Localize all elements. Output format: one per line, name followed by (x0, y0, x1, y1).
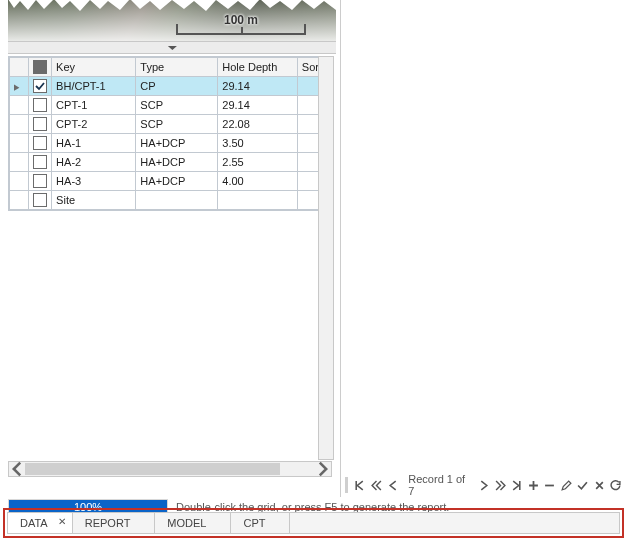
cell-key[interactable]: HA-1 (52, 134, 136, 153)
col-hole-depth[interactable]: Hole Depth (218, 58, 298, 77)
row-check-cell[interactable] (28, 191, 51, 210)
nav-edit-button[interactable] (559, 477, 574, 493)
row-checkbox[interactable] (33, 174, 47, 188)
row-check-cell[interactable] (28, 77, 51, 96)
cell-type[interactable]: CP (136, 77, 218, 96)
col-checkbox[interactable] (28, 58, 51, 77)
cell-hole-depth[interactable]: 22.08 (218, 115, 298, 134)
row-checkbox[interactable] (33, 193, 47, 207)
row-marker: ▸ (10, 77, 29, 96)
row-marker (10, 96, 29, 115)
row-check-cell[interactable] (28, 172, 51, 191)
cell-key[interactable]: CPT-1 (52, 96, 136, 115)
select-all-checkbox[interactable] (33, 60, 47, 74)
cell-hole-depth[interactable]: 4.00 (218, 172, 298, 191)
boreholes-grid[interactable]: Key Type Hole Depth Sort ▸BH/CPT-1CP29.1… (8, 56, 334, 211)
row-check-cell[interactable] (28, 153, 51, 172)
cell-hole-depth[interactable]: 29.14 (218, 77, 298, 96)
nav-prev-button[interactable] (386, 477, 401, 493)
nav-last-button[interactable] (509, 477, 524, 493)
cell-key[interactable]: CPT-2 (52, 115, 136, 134)
map-scalebar: 100 m (176, 24, 306, 35)
tab-report[interactable]: REPORT (73, 513, 156, 533)
cell-type[interactable]: HA+DCP (136, 153, 218, 172)
row-checkbox[interactable] (33, 98, 47, 112)
nav-next-page-button[interactable] (493, 477, 508, 493)
table-row[interactable]: HA-1HA+DCP3.50 (10, 134, 333, 153)
tab-model[interactable]: MODEL (155, 513, 231, 533)
cell-type[interactable]: SCP (136, 115, 218, 134)
bottom-tabs-highlight: DATA✕REPORTMODELCPT (3, 508, 624, 538)
cell-hole-depth[interactable]: 2.55 (218, 153, 298, 172)
cell-type[interactable]: HA+DCP (136, 134, 218, 153)
nav-record-label: Record 1 of 7 (402, 473, 474, 497)
grid-horizontal-scrollbar[interactable] (8, 461, 332, 477)
cell-type[interactable]: SCP (136, 96, 218, 115)
cell-key[interactable]: HA-3 (52, 172, 136, 191)
row-marker (10, 172, 29, 191)
cell-key[interactable]: HA-2 (52, 153, 136, 172)
torn-edge (8, 0, 336, 11)
table-row[interactable]: ▸BH/CPT-1CP29.14 (10, 77, 333, 96)
tab-label: CPT (243, 517, 265, 529)
nav-next-button[interactable] (476, 477, 491, 493)
row-marker (10, 115, 29, 134)
scroll-right-button[interactable] (315, 462, 331, 476)
row-checkbox[interactable] (33, 79, 47, 93)
bottom-tabs: DATA✕REPORTMODELCPT (7, 512, 620, 534)
cell-key[interactable]: Site (52, 191, 136, 210)
scroll-left-button[interactable] (9, 462, 25, 476)
nav-refresh-button[interactable] (609, 477, 624, 493)
chevron-down-icon: ▼ (164, 44, 179, 51)
col-rowmarker (10, 58, 29, 77)
tab-label: DATA (20, 517, 48, 529)
table-row[interactable]: CPT-1SCP29.14 (10, 96, 333, 115)
nav-first-button[interactable] (353, 477, 368, 493)
row-checkbox[interactable] (33, 155, 47, 169)
table-row[interactable]: Site (10, 191, 333, 210)
nav-accept-button[interactable] (575, 477, 590, 493)
tab-label: MODEL (167, 517, 206, 529)
tab-close-icon[interactable]: ✕ (58, 516, 66, 527)
col-key[interactable]: Key (52, 58, 136, 77)
row-check-cell[interactable] (28, 96, 51, 115)
tab-label: REPORT (85, 517, 131, 529)
row-checkbox[interactable] (33, 136, 47, 150)
nav-delete-button[interactable] (542, 477, 557, 493)
table-row[interactable]: CPT-2SCP22.08 (10, 115, 333, 134)
tab-data[interactable]: DATA✕ (8, 513, 73, 533)
row-check-cell[interactable] (28, 115, 51, 134)
cell-type[interactable] (136, 191, 218, 210)
row-checkbox[interactable] (33, 117, 47, 131)
map-preview[interactable]: 100 m (8, 0, 336, 41)
col-type[interactable]: Type (136, 58, 218, 77)
cell-hole-depth[interactable] (218, 191, 298, 210)
nav-prev-page-button[interactable] (369, 477, 384, 493)
tab-cpt[interactable]: CPT (231, 513, 290, 533)
record-navigator: Record 1 of 7 (345, 475, 623, 495)
table-row[interactable]: HA-3HA+DCP4.00 (10, 172, 333, 191)
grid-vertical-scrollbar[interactable] (318, 56, 334, 460)
row-marker (10, 153, 29, 172)
scroll-thumb[interactable] (25, 463, 280, 475)
current-row-icon: ▸ (14, 78, 20, 94)
nav-cancel-button[interactable] (592, 477, 607, 493)
cell-type[interactable]: HA+DCP (136, 172, 218, 191)
splitter-collapse-handle[interactable]: ▼ (8, 41, 336, 54)
cell-key[interactable]: BH/CPT-1 (52, 77, 136, 96)
cell-hole-depth[interactable]: 29.14 (218, 96, 298, 115)
cell-hole-depth[interactable]: 3.50 (218, 134, 298, 153)
table-row[interactable]: HA-2HA+DCP2.55 (10, 153, 333, 172)
row-marker (10, 134, 29, 153)
nav-add-button[interactable] (526, 477, 541, 493)
row-marker (10, 191, 29, 210)
row-check-cell[interactable] (28, 134, 51, 153)
